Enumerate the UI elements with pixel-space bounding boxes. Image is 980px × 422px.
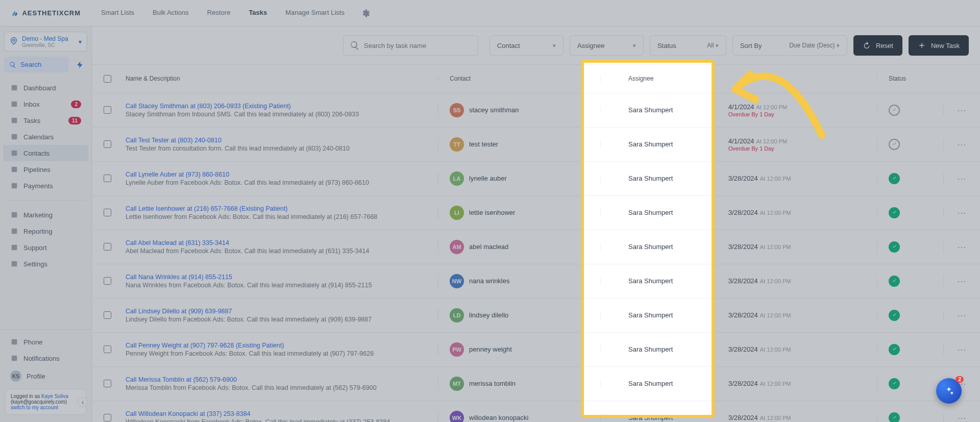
new-task-button[interactable]: New Task	[909, 35, 969, 56]
task-title-link[interactable]: Call Stacey Smithman at (803) 206-0933 (…	[126, 103, 438, 110]
nav-restore[interactable]: Restore	[198, 0, 240, 26]
top-nav: Smart Lists Bulk Actions Restore Tasks M…	[92, 0, 377, 26]
admin-email: (kaye@goacquirely.com)	[11, 399, 67, 405]
row-checkbox[interactable]	[104, 175, 111, 182]
sidebar-item-inbox[interactable]: Inbox2	[3, 96, 88, 112]
row-checkbox[interactable]	[104, 277, 111, 285]
task-title-link[interactable]: Call Lynelle Auber at (973) 860-8610	[126, 171, 438, 178]
sidebar-item-notifications[interactable]: Notifications	[3, 350, 88, 366]
brand-logo[interactable]: AESTHETIXCRM	[0, 7, 92, 19]
row-actions-menu[interactable]: ⋯	[943, 344, 980, 355]
nav-tasks[interactable]: Tasks	[239, 0, 276, 26]
status-done-chip[interactable]	[889, 344, 900, 355]
sidebar-badge: 11	[68, 117, 81, 125]
contact-name[interactable]: lindsey dilello	[469, 311, 508, 319]
sidebar-item-payments[interactable]: Payments	[3, 178, 88, 194]
sidebar-item-phone[interactable]: Phone	[3, 334, 88, 350]
row-actions-menu[interactable]: ⋯	[943, 173, 980, 184]
status-done-chip[interactable]	[889, 207, 900, 218]
row-actions-menu[interactable]: ⋯	[943, 105, 980, 116]
location-selector[interactable]: Demo - Med Spa Greenville, SC ▾	[4, 32, 87, 52]
contact-name[interactable]: lettie isenhower	[469, 209, 515, 216]
task-search-input[interactable]	[364, 42, 472, 49]
svg-rect-5	[12, 151, 17, 156]
nav-smart-lists[interactable]: Smart Lists	[92, 0, 143, 26]
svg-rect-9	[12, 229, 17, 234]
table-row: Call Test Tester at (803) 240-0810Test T…	[92, 128, 980, 162]
col-header-status: Status	[877, 75, 943, 82]
select-all-checkbox[interactable]	[104, 75, 111, 83]
task-title-link[interactable]: Call Willodean Konopacki at (337) 253-83…	[126, 410, 438, 417]
contact-name[interactable]: penney weight	[469, 345, 512, 353]
row-checkbox[interactable]	[104, 345, 111, 353]
due-date: 3/28/2024	[728, 209, 758, 216]
row-actions-menu[interactable]: ⋯	[943, 412, 980, 422]
row-checkbox[interactable]	[104, 243, 111, 251]
contact-name[interactable]: nana wrinkles	[469, 277, 510, 285]
contact-name[interactable]: stacey smithman	[469, 106, 519, 114]
task-title-link[interactable]: Call Merissa Tomblin at (562) 579-6900	[126, 376, 438, 383]
status-done-chip[interactable]	[889, 241, 900, 253]
task-title-link[interactable]: Call Lindsey Dilello at (909) 639-9887	[126, 308, 438, 315]
sidebar-item-marketing[interactable]: Marketing	[3, 207, 88, 223]
gear-icon	[361, 9, 370, 18]
sidebar-item-settings[interactable]: Settings	[3, 256, 88, 272]
sidebar-item-profile[interactable]: KSProfile	[3, 366, 88, 386]
row-checkbox[interactable]	[104, 209, 111, 216]
sidebar-item-calendars[interactable]: Calendars	[3, 129, 88, 145]
table-row: Call Lindsey Dilello at (909) 639-9887Li…	[92, 299, 980, 333]
global-search[interactable]: Search	[4, 57, 69, 72]
contact-name[interactable]: willodean konopacki	[469, 414, 528, 421]
status-done-chip[interactable]	[889, 378, 900, 389]
chat-fab[interactable]: 2	[936, 378, 962, 404]
row-checkbox[interactable]	[104, 414, 111, 421]
nav-bulk-actions[interactable]: Bulk Actions	[143, 0, 198, 26]
row-actions-menu[interactable]: ⋯	[943, 139, 980, 150]
task-title-link[interactable]: Call Nana Wrinkles at (914) 855-2115	[126, 274, 438, 281]
sidebar-item-dashboard[interactable]: Dashboard	[3, 80, 88, 96]
row-actions-menu[interactable]: ⋯	[943, 276, 980, 287]
nav-manage-smart-lists[interactable]: Manage Smart Lists	[276, 0, 354, 26]
task-title-link[interactable]: Call Penney Weight at (907) 797-9628 (Ex…	[126, 342, 438, 349]
sidebar-item-support[interactable]: Support	[3, 239, 88, 256]
status-pending-chip[interactable]	[889, 139, 900, 150]
filter-contact[interactable]: Contact ▾	[489, 35, 564, 56]
quick-actions-bolt[interactable]	[73, 57, 87, 72]
due-date: 3/28/2024	[728, 311, 758, 319]
status-done-chip[interactable]	[889, 173, 900, 184]
sidebar-item-tasks[interactable]: Tasks11	[3, 112, 88, 129]
contact-name[interactable]: merissa tomblin	[469, 380, 516, 387]
chevron-down-icon: ▾	[837, 42, 840, 48]
contact-name[interactable]: test tester	[469, 140, 498, 148]
filter-assignee[interactable]: Assignee ▾	[570, 35, 644, 56]
reset-button[interactable]: Reset	[853, 35, 902, 56]
sort-by[interactable]: Sort By Due Date (Desc) ▾	[732, 35, 847, 56]
row-checkbox[interactable]	[104, 106, 111, 114]
task-title-link[interactable]: Call Lettie Isenhower at (216) 657-7668 …	[126, 205, 438, 212]
row-actions-menu[interactable]: ⋯	[943, 241, 980, 253]
task-title-link[interactable]: Call Test Tester at (803) 240-0810	[126, 137, 438, 144]
sidebar-item-reporting[interactable]: Reporting	[3, 223, 88, 239]
sidebar-item-pipelines[interactable]: Pipelines	[3, 161, 88, 178]
contact-name[interactable]: abel maclead	[469, 243, 508, 251]
due-time: At 12:00 PM	[760, 244, 791, 250]
nav-settings-gear[interactable]	[354, 9, 377, 18]
contact-name[interactable]: lynelle auber	[469, 175, 507, 182]
row-actions-menu[interactable]: ⋯	[943, 310, 980, 321]
status-done-chip[interactable]	[889, 276, 900, 287]
row-checkbox[interactable]	[104, 140, 111, 148]
row-actions-menu[interactable]: ⋯	[943, 207, 980, 218]
filter-assignee-label: Assignee	[577, 42, 604, 49]
task-search[interactable]	[343, 35, 478, 56]
filter-status[interactable]: Status All ▾	[650, 35, 726, 56]
row-checkbox[interactable]	[104, 380, 111, 387]
sidebar-item-contacts[interactable]: Contacts	[3, 145, 88, 161]
status-done-chip[interactable]	[889, 412, 900, 422]
status-pending-chip[interactable]	[889, 105, 900, 116]
row-checkbox[interactable]	[104, 311, 111, 319]
collapse-sidebar-button[interactable]: ‹	[78, 397, 88, 407]
status-done-chip[interactable]	[889, 310, 900, 321]
task-title-link[interactable]: Call Abel Maclead at (631) 335-3414	[126, 239, 438, 246]
switch-account-link[interactable]: switch to my account	[11, 405, 58, 410]
due-date: 4/1/2024	[728, 137, 754, 145]
